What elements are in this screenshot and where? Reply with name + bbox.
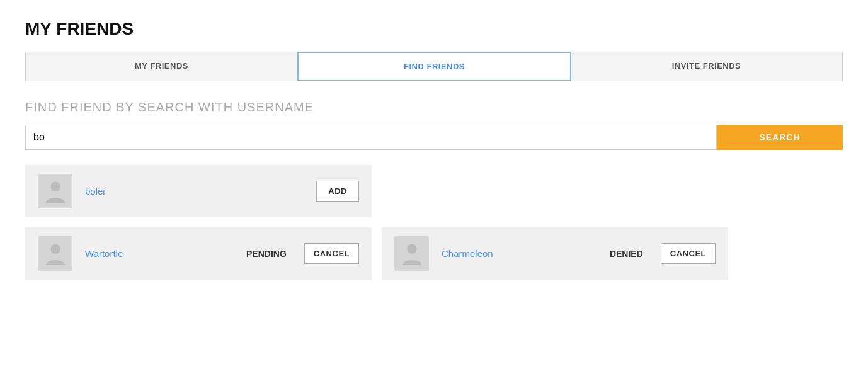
friend-card-wartortle: Wartortle PENDING CANCEL — [25, 227, 372, 280]
status-denied-charmeleon: DENIED — [610, 249, 643, 259]
add-button-bolei[interactable]: ADD — [316, 181, 359, 202]
avatar-charmeleon — [394, 236, 429, 271]
avatar-bolei — [38, 174, 72, 208]
tab-find-friends[interactable]: FIND FRIENDS — [297, 52, 571, 81]
status-pending-wartortle: PENDING — [246, 249, 287, 259]
search-input[interactable] — [25, 125, 717, 150]
svg-point-0 — [50, 181, 60, 191]
tabs-container: MY FRIENDS FIND FRIENDS INVITE FRIENDS — [25, 52, 843, 81]
results-row-1: bolei ADD — [25, 165, 843, 217]
tab-invite-friends[interactable]: INVITE FRIENDS — [571, 52, 842, 81]
svg-point-1 — [50, 244, 60, 253]
search-row: SEARCH — [25, 125, 843, 150]
cancel-button-charmeleon[interactable]: CANCEL — [661, 243, 716, 264]
friend-card-bolei: bolei ADD — [25, 165, 372, 217]
friend-card-charmeleon: Charmeleon DENIED CANCEL — [382, 227, 728, 280]
avatar-wartortle — [38, 236, 72, 271]
search-button[interactable]: SEARCH — [717, 125, 843, 150]
user-avatar-icon — [45, 180, 66, 203]
page-title: MY FRIENDS — [25, 19, 843, 39]
svg-point-2 — [407, 244, 416, 253]
username-charmeleon: Charmeleon — [442, 248, 597, 259]
tab-my-friends[interactable]: MY FRIENDS — [26, 52, 298, 81]
username-wartortle: Wartortle — [85, 248, 234, 259]
results-row-2: Wartortle PENDING CANCEL Charmeleon DENI… — [25, 227, 843, 280]
username-bolei: bolei — [85, 186, 304, 197]
user-avatar-icon-3 — [402, 243, 422, 265]
cancel-button-wartortle[interactable]: CANCEL — [304, 243, 359, 264]
section-title: FIND FRIEND BY SEARCH WITH USERNAME — [25, 100, 843, 115]
user-avatar-icon-2 — [45, 243, 66, 265]
results-grid: bolei ADD Wartortle PENDING CANCEL — [25, 165, 843, 280]
